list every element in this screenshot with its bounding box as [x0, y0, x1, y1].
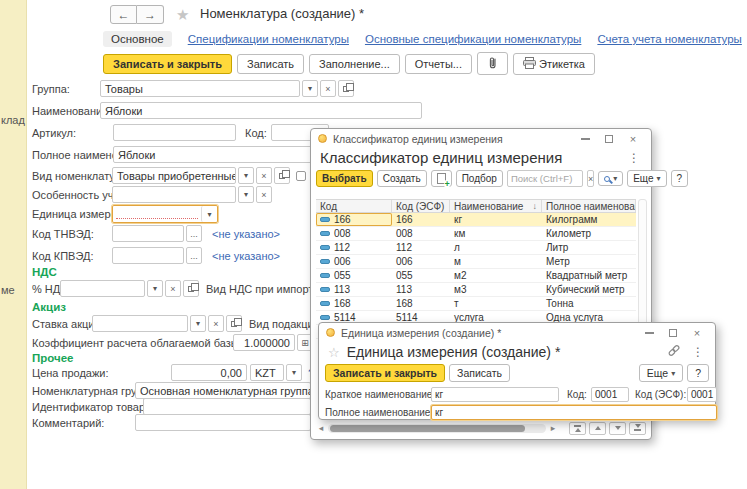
more-button[interactable]: Еще▾: [639, 364, 683, 382]
unit-code-esf-input[interactable]: 0001: [687, 387, 717, 402]
unit-row[interactable]: 008008кмКилометр: [316, 227, 636, 241]
unit-row[interactable]: 168168тТонна: [316, 297, 636, 311]
save-button[interactable]: Записать: [237, 54, 304, 74]
attachments-button[interactable]: [477, 52, 508, 75]
tab-main-specifications[interactable]: Основные спецификации номенклатуры: [365, 33, 581, 45]
cell-code-esf[interactable]: 055: [392, 269, 450, 282]
cell-full-name[interactable]: Литр: [542, 241, 636, 254]
copy-link-icon[interactable]: [667, 343, 681, 361]
group-input[interactable]: Товары: [100, 80, 300, 97]
fill-button[interactable]: Заполнение...: [309, 54, 400, 74]
cell-name[interactable]: л: [450, 241, 542, 254]
save-close-button[interactable]: Записать и закрыть: [103, 54, 232, 74]
cell-code[interactable]: 008: [316, 227, 392, 240]
cell-full-name[interactable]: Метр: [542, 255, 636, 268]
clear-icon[interactable]: ×: [320, 80, 336, 97]
unit-full-name-input[interactable]: кг: [431, 405, 717, 420]
scroll-right-icon[interactable]: ▸: [548, 423, 558, 433]
cell-code[interactable]: 055: [316, 269, 392, 282]
kind-input[interactable]: Товары приобретенные: [112, 167, 236, 184]
dropdown-arrow-icon[interactable]: ▾: [238, 186, 254, 203]
close-button[interactable]: ×: [685, 326, 709, 340]
cell-full-name[interactable]: Килограмм: [542, 213, 636, 226]
cell-code[interactable]: 113: [316, 283, 392, 296]
cell-code[interactable]: 006: [316, 255, 392, 268]
go-up-button[interactable]: [589, 422, 606, 435]
tab-accounts[interactable]: Счета учета номенклатуры: [597, 33, 742, 45]
cell-name[interactable]: м: [450, 255, 542, 268]
unit-input[interactable]: [113, 206, 201, 222]
cell-name[interactable]: м3: [450, 283, 542, 296]
horizontal-scrollbar[interactable]: [328, 424, 546, 433]
cell-code[interactable]: 166: [316, 213, 392, 226]
save-button[interactable]: Записать: [449, 364, 510, 382]
ellipsis-button[interactable]: ...: [186, 247, 202, 264]
open-link-icon[interactable]: [226, 315, 242, 332]
kebab-menu-icon[interactable]: ⋮: [689, 345, 707, 359]
unit-row[interactable]: 113113м3Кубический метр: [316, 283, 636, 297]
open-link-icon[interactable]: [183, 280, 199, 297]
dropdown-arrow-icon[interactable]: ▾: [286, 364, 302, 381]
unit-row[interactable]: 055055м2Квадратный метр: [316, 269, 636, 283]
cell-full-name[interactable]: Километр: [542, 227, 636, 240]
cell-code-esf[interactable]: 008: [392, 227, 450, 240]
name-input[interactable]: Яблоки: [100, 102, 422, 119]
column-header-name[interactable]: Наименование↓: [450, 200, 542, 212]
tnved-not-specified-link[interactable]: <не указано>: [212, 228, 280, 240]
nom-group-input[interactable]: Основная номенклатурная группа: [135, 382, 311, 399]
kpved-not-specified-link[interactable]: <не указано>: [212, 250, 280, 262]
reports-button[interactable]: Отчеты...: [405, 54, 472, 74]
help-button[interactable]: ?: [671, 170, 689, 187]
cell-code-esf[interactable]: 113: [392, 283, 450, 296]
comment-input[interactable]: [135, 414, 311, 431]
scrollbar-thumb[interactable]: [330, 425, 525, 432]
tab-specifications[interactable]: Спецификации номенклатуры: [188, 33, 349, 45]
cell-full-name[interactable]: Кубический метр: [542, 283, 636, 296]
cell-code[interactable]: 112: [316, 241, 392, 254]
dropdown-arrow-icon[interactable]: ▾: [147, 280, 163, 297]
tnved-input[interactable]: [112, 225, 184, 242]
cell-code[interactable]: 168: [316, 297, 392, 310]
dropdown-arrow-icon[interactable]: ▾: [201, 206, 217, 222]
cell-full-name[interactable]: Тонна: [542, 297, 636, 310]
search-input[interactable]: [507, 170, 583, 187]
unit-row[interactable]: 112112лЛитр: [316, 241, 636, 255]
save-close-button[interactable]: Записать и закрыть: [325, 364, 445, 382]
cell-code-esf[interactable]: 168: [392, 297, 450, 310]
create-button[interactable]: Создать: [377, 170, 427, 187]
feature-input[interactable]: [112, 186, 236, 203]
clear-icon[interactable]: ×: [208, 315, 224, 332]
tab-main[interactable]: Основное: [103, 31, 172, 47]
unit-code-input[interactable]: 0001: [591, 387, 629, 402]
dropdown-arrow-icon[interactable]: ▾: [302, 80, 318, 97]
cell-name[interactable]: кг: [450, 213, 542, 226]
clear-icon[interactable]: ×: [256, 186, 272, 203]
pick-button[interactable]: Подбор: [456, 170, 503, 187]
price-input[interactable]: 0,00: [171, 364, 247, 381]
maximize-button[interactable]: [661, 326, 685, 340]
cell-name[interactable]: м2: [450, 269, 542, 282]
kebab-menu-icon[interactable]: ⋮: [625, 151, 643, 165]
go-down-button[interactable]: [609, 422, 626, 435]
column-header-code[interactable]: Код: [316, 200, 392, 212]
cell-code-esf[interactable]: 166: [392, 213, 450, 226]
clear-icon[interactable]: ×: [256, 167, 272, 184]
forward-button[interactable]: →: [137, 5, 164, 24]
clear-search-button[interactable]: ×: [587, 170, 594, 187]
cell-full-name[interactable]: Квадратный метр: [542, 269, 636, 282]
vat-input[interactable]: [60, 280, 145, 297]
column-header-full-name[interactable]: Полное наименование: [542, 200, 636, 212]
unit-row[interactable]: 166166кгКилограмм: [316, 213, 636, 227]
cell-code-esf[interactable]: 006: [392, 255, 450, 268]
close-button[interactable]: ×: [621, 132, 645, 146]
esf-id-input[interactable]: [143, 398, 311, 415]
kpved-input[interactable]: [112, 247, 184, 264]
minimize-button[interactable]: [637, 326, 661, 340]
favorite-star-icon[interactable]: ☆: [328, 345, 340, 360]
minimize-button[interactable]: [573, 132, 597, 146]
open-link-icon[interactable]: [338, 80, 354, 97]
search-button[interactable]: ▾: [598, 171, 623, 186]
unit-row[interactable]: 006006мМетр: [316, 255, 636, 269]
article-input[interactable]: [113, 124, 236, 141]
excise-rate-input[interactable]: [92, 315, 188, 332]
